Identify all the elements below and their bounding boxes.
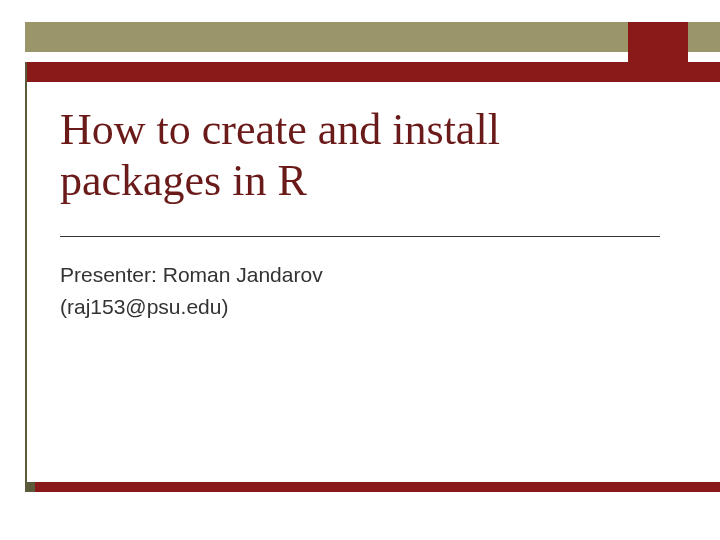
left-vertical-rule — [25, 62, 27, 492]
top-olive-bar — [25, 22, 720, 52]
title-divider — [60, 236, 660, 237]
presenter-block: Presenter: Roman Jandarov (raj153@psu.ed… — [60, 259, 660, 322]
corner-accent-square — [628, 22, 688, 82]
bottom-maroon-bar — [25, 482, 720, 492]
top-maroon-bar — [25, 62, 720, 82]
presenter-email: (raj153@psu.edu) — [60, 291, 660, 323]
presenter-name: Presenter: Roman Jandarov — [60, 259, 660, 291]
content-area: How to create and install packages in R … — [60, 105, 660, 322]
bottom-accent-square — [25, 482, 35, 492]
slide-title: How to create and install packages in R — [60, 105, 660, 206]
